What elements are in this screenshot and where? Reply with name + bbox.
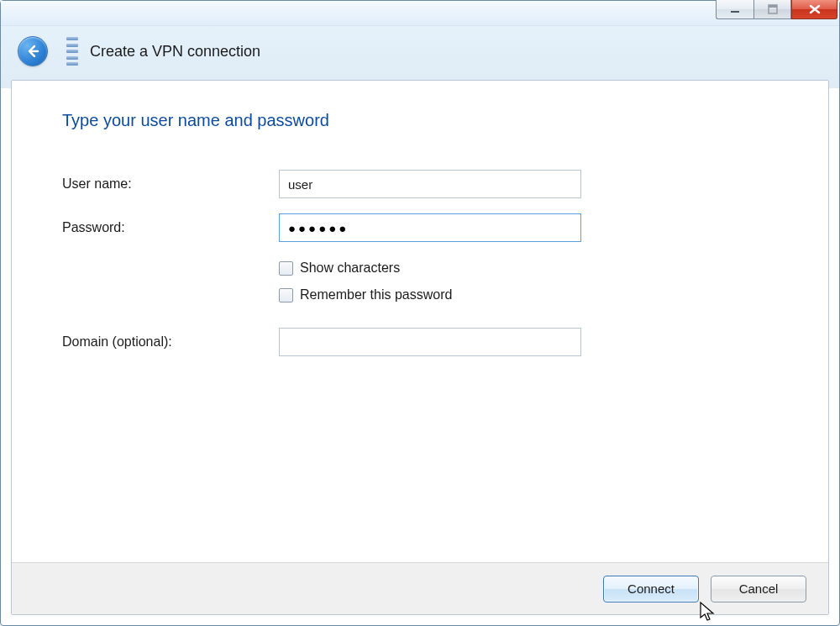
remember-password-checkbox[interactable] [279, 288, 293, 302]
mouse-cursor-icon [699, 601, 716, 624]
password-row: Password: ●●●●●● [62, 213, 581, 242]
show-characters-label: Show characters [300, 260, 400, 276]
close-button[interactable] [791, 0, 837, 19]
back-arrow-icon [24, 43, 41, 60]
button-bar: Connect Cancel [12, 562, 828, 614]
instruction-heading: Type your user name and password [62, 111, 329, 130]
username-row: User name: [62, 170, 581, 198]
domain-label: Domain (optional): [62, 334, 279, 350]
vpn-wizard-window: Create a VPN connection Type your user n… [0, 0, 840, 626]
svg-rect-2 [769, 5, 777, 8]
username-label: User name: [62, 176, 279, 192]
wizard-header: Create a VPN connection [18, 34, 822, 68]
svg-rect-0 [731, 11, 739, 13]
username-input[interactable] [279, 170, 581, 198]
maximize-button[interactable] [753, 0, 791, 19]
password-input[interactable]: ●●●●●● [279, 213, 581, 242]
back-button[interactable] [18, 36, 48, 66]
password-label: Password: [62, 220, 279, 235]
cancel-button[interactable]: Cancel [711, 576, 806, 602]
domain-input[interactable] [279, 328, 581, 356]
wizard-title: Create a VPN connection [90, 43, 260, 60]
connection-icon [66, 37, 78, 66]
connect-button[interactable]: Connect [603, 576, 699, 602]
content-pane: Type your user name and password User na… [11, 80, 829, 615]
titlebar [1, 1, 839, 26]
remember-password-row: Remember this password [62, 287, 452, 302]
show-characters-row: Show characters [62, 260, 400, 276]
remember-password-label: Remember this password [300, 287, 452, 302]
minimize-button[interactable] [716, 0, 753, 19]
domain-row: Domain (optional): [62, 328, 581, 356]
show-characters-checkbox[interactable] [279, 261, 293, 276]
window-controls [716, 0, 837, 19]
